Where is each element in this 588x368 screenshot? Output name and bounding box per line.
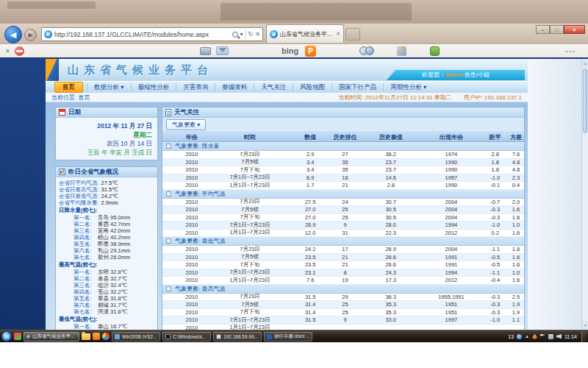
- taskbar-ie-button[interactable]: e 山东省气候业务平...: [24, 332, 79, 342]
- rank-row[interactable]: 第六名: 乳山 29.1mm: [59, 247, 155, 254]
- clock[interactable]: 11:14: [564, 334, 577, 339]
- address-bar[interactable]: e http://192.168.137.1/GLCCLIMATE/module…: [41, 27, 263, 41]
- table-row[interactable]: 2010 7月1日~7月23日 26.9 9 28.0 1994 -1.0: [162, 222, 524, 230]
- rank-row[interactable]: 第四名: 苍山 32.2℃: [59, 289, 155, 295]
- card-icon[interactable]: [200, 47, 211, 55]
- nav-item[interactable]: 整编资料: [215, 83, 254, 91]
- table-row[interactable]: 2010 7月23日 27.5 24 30.7 2004 -0.7: [162, 199, 524, 207]
- bing-logo[interactable]: bing: [282, 46, 298, 55]
- nav-item[interactable]: 国家下行产品: [331, 83, 383, 91]
- table-row[interactable]: 2010 7月1日~7月23日 6.9 16 14.6 1957 -1.0: [162, 174, 524, 183]
- nav-item[interactable]: 周期性分析 ▾: [383, 83, 433, 91]
- nav-item[interactable]: 天气关注: [254, 83, 293, 91]
- hidden-icons-caret[interactable]: ▲: [525, 334, 529, 339]
- taskbar-window-button[interactable]: Win2008 (VS2...: [112, 332, 160, 342]
- checkbox-icon[interactable]: [166, 191, 171, 197]
- toolbar-close-icon[interactable]: ✕: [5, 48, 10, 54]
- vertical-scrollbar[interactable]: ▲ ▼: [581, 59, 588, 330]
- table-row[interactable]: 2010 1月1日~7月23日 1.7 21 2.8 1990 -0.1: [162, 182, 524, 190]
- scrollbar-thumb[interactable]: [583, 68, 587, 133]
- blocker-icon[interactable]: [15, 46, 24, 56]
- browser-tab[interactable]: e 山东省气候业务平... ✕: [266, 24, 344, 43]
- rank-row[interactable]: 第五名: 莘县 31.8℃: [59, 295, 155, 302]
- rank-row[interactable]: 第一名: 青岛 95.0mm: [59, 214, 155, 221]
- table-row[interactable]: 2010 7月1日~7月23日 23.1 8 24.3 1994 -1.1: [162, 269, 524, 277]
- table-row[interactable]: 2010 7月23日 24.2 17 26.9 2004 -1.1: [162, 246, 524, 254]
- action-center-flag-icon[interactable]: [540, 334, 545, 339]
- nav-item[interactable]: 风险地图: [293, 83, 331, 91]
- table-row[interactable]: 2010 7月下旬 23.5 21 26.6 1991 -0.5: [162, 261, 524, 269]
- checkbox-icon[interactable]: [166, 286, 171, 291]
- chevron-down-icon[interactable]: ▾: [240, 31, 243, 38]
- section-header-row[interactable]: 气象要素: 降水量: [162, 142, 524, 151]
- rank-row[interactable]: 第一名: 东明 32.8℃: [59, 269, 155, 275]
- tab-close-icon[interactable]: ✕: [336, 31, 340, 37]
- table-row[interactable]: 2010 7月下旬 27.0 25 30.5 2004 -0.3: [162, 214, 524, 222]
- table-row[interactable]: 2010 7月下旬 31.4 25 35.3 1951 -0.3: [162, 309, 524, 317]
- rank-row[interactable]: 第三名: 莒南 42.0mm: [59, 227, 155, 234]
- table-row[interactable]: 2010 7月5候 23.5 21 26.6 1991 -0.5: [162, 254, 524, 262]
- nav-item[interactable]: 灾害查询: [176, 83, 215, 91]
- nav-item[interactable]: 极端性分析: [131, 83, 176, 91]
- pinned-app-icon[interactable]: [93, 333, 100, 340]
- explorer-folder-icon[interactable]: [82, 333, 90, 340]
- coins-icon[interactable]: [359, 46, 374, 56]
- checkbox-icon[interactable]: [166, 238, 171, 244]
- table-row[interactable]: 2010 7月5候 31.4 25 35.3 1951 -0.3: [162, 301, 524, 309]
- tray-app-icon[interactable]: [517, 334, 522, 339]
- url-text[interactable]: http://192.168.137.1/GLCCLIMATE/modules/…: [54, 31, 230, 38]
- table-row[interactable]: 2010 7月23日 2.9 27 36.2 1974 2.8: [162, 151, 524, 159]
- minimize-button[interactable]: –: [536, 25, 550, 34]
- search-icon[interactable]: [232, 32, 238, 38]
- table-row[interactable]: 2010 7月下旬 3.4 35 23.7 1990 1.8 4: [162, 166, 524, 174]
- gadget-icon[interactable]: [14, 333, 21, 340]
- rank-row[interactable]: 第五名: 即墨 38.9mm: [59, 241, 155, 247]
- taskbar-window-button[interactable]: 192.168.59.99...: [213, 332, 262, 342]
- plugin-icon[interactable]: [430, 46, 440, 56]
- checkbox-icon[interactable]: [166, 144, 171, 149]
- maximize-button[interactable]: □: [550, 25, 564, 34]
- speaker-icon[interactable]: [556, 334, 562, 339]
- mail-icon[interactable]: [216, 46, 229, 55]
- flame-icon[interactable]: [532, 334, 537, 339]
- close-button[interactable]: ✕: [564, 25, 585, 34]
- rank-row[interactable]: 第七名: 菏泽 31.6℃: [59, 308, 155, 315]
- orange-p-badge-icon[interactable]: P: [305, 46, 316, 57]
- section-header-row[interactable]: 气象要素: 平均气温: [162, 190, 524, 199]
- back-button[interactable]: ◀: [4, 26, 22, 43]
- taskbar-window-button[interactable]: C:\Windows\s...: [162, 332, 211, 342]
- sparkle-icon[interactable]: [397, 46, 406, 56]
- rank-row[interactable]: 第六名: 郯城 31.7℃: [59, 302, 155, 308]
- rank-row[interactable]: 第一名: 泰山 16.7℃: [59, 323, 155, 330]
- nav-item[interactable]: 首页: [54, 82, 83, 93]
- rank-row[interactable]: 第三名: 临沂 32.4℃: [59, 282, 155, 289]
- section-header-row[interactable]: 气象要素: 最高气温: [162, 285, 524, 294]
- rank-row[interactable]: 第二名: 莱西 42.7mm: [59, 221, 155, 227]
- table-row[interactable]: 2010 7月1日~7月23日 31.5 9 33.0 1997 -1.0: [162, 316, 524, 325]
- show-desktop-button[interactable]: [581, 331, 587, 342]
- network-icon[interactable]: [548, 334, 553, 339]
- table-row[interactable]: 2010 7月5候 3.4 35 23.7 1990 1.8 4: [162, 159, 524, 167]
- table-row[interactable]: 2010 1月1日~7月23日: [162, 325, 524, 330]
- refresh-icon[interactable]: ↻: [248, 31, 254, 38]
- table-row[interactable]: 2010 7月5候 27.0 25 30.5 2004 -0.3: [162, 206, 524, 214]
- rank-row[interactable]: 第二名: 单县 32.7℃: [59, 275, 155, 282]
- scroll-down-icon[interactable]: ▼: [582, 321, 588, 330]
- scroll-up-icon[interactable]: ▲: [582, 59, 588, 68]
- more-options-icon[interactable]: •••: [566, 48, 576, 54]
- element-dropdown-button[interactable]: 气象要素 ▾: [166, 119, 206, 130]
- rank-row[interactable]: 第四名: 崂山 40.2mm: [59, 234, 155, 241]
- table-row[interactable]: 2010 1月1日~7月23日 7.6 19 17.3 2012 -0.4: [162, 277, 524, 285]
- table-row[interactable]: 2010 1月1日~7月23日 12.0 31 22.3 2012 0.2: [162, 230, 524, 238]
- media-player-icon[interactable]: [102, 333, 110, 340]
- section-header-row[interactable]: 气象要素: 最低气温: [162, 237, 524, 246]
- tab-title[interactable]: 山东省气候业务平...: [280, 30, 334, 38]
- stop-icon[interactable]: ✕: [255, 31, 260, 38]
- forward-button[interactable]: ▶: [24, 29, 37, 41]
- nav-item[interactable]: 数据分析 ▾: [87, 83, 131, 91]
- start-button[interactable]: ⊞: [1, 331, 12, 342]
- new-tab-button[interactable]: [345, 28, 360, 40]
- rank-row[interactable]: 第七名: 胶州 26.0mm: [59, 254, 155, 261]
- taskbar-window-button[interactable]: 操行手册.docx ...: [264, 332, 312, 342]
- table-row[interactable]: 2010 7月23日 31.5 29 36.3 1955,1951 -0.3: [162, 294, 524, 302]
